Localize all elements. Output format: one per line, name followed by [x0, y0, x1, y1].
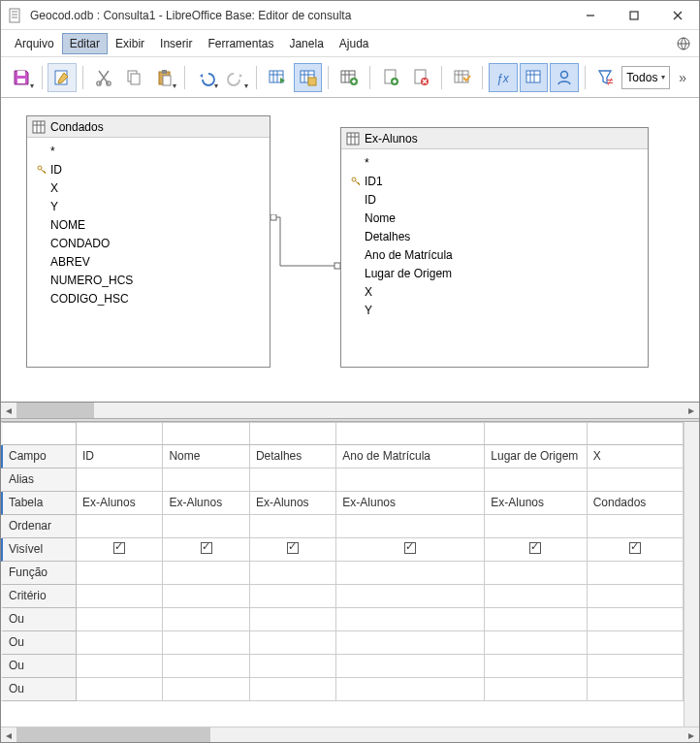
functions-toggle[interactable]: ƒx: [489, 63, 518, 92]
field-id1[interactable]: ID1: [347, 172, 642, 190]
field-x[interactable]: X: [347, 282, 642, 301]
field-lugarorigem[interactable]: Lugar de Origem: [347, 264, 642, 282]
scroll-right-button[interactable]: ▸: [684, 727, 699, 742]
relation-line[interactable]: [270, 214, 340, 273]
minimize-button[interactable]: [568, 1, 612, 30]
edit-mode-button[interactable]: [48, 63, 77, 92]
cell-visivel-4[interactable]: [485, 538, 587, 562]
scroll-left-button[interactable]: ◂: [1, 403, 16, 418]
update-icon[interactable]: [674, 34, 693, 53]
table-exalunos[interactable]: Ex-Alunos * ID1 ID Nome Detalhes Ano de …: [340, 127, 649, 368]
save-button[interactable]: ▾: [7, 63, 36, 92]
scrollbar-thumb[interactable]: [16, 727, 210, 742]
redo-button[interactable]: ▾: [222, 63, 251, 92]
design-hscrollbar[interactable]: ◂ ▸: [1, 403, 699, 418]
field-x[interactable]: X: [33, 178, 264, 197]
design-area[interactable]: Condados * ID X Y NOME CONDADO ABREV NUM…: [1, 98, 699, 403]
grid-hscrollbar[interactable]: ◂ ▸: [1, 727, 699, 742]
cell-alias-5[interactable]: [588, 468, 684, 492]
cell-tabela-3[interactable]: Ex-Alunos: [336, 492, 485, 515]
undo-button[interactable]: ▾: [191, 63, 220, 92]
field-condado[interactable]: CONDADO: [33, 234, 264, 252]
close-button[interactable]: [655, 1, 699, 30]
scroll-left-button[interactable]: ◂: [1, 727, 16, 742]
run-query-button[interactable]: [263, 63, 292, 92]
table-name-toggle[interactable]: [520, 63, 549, 92]
menu-arquivo[interactable]: Arquivo: [7, 33, 62, 54]
rh-funcao[interactable]: Função: [1, 562, 77, 585]
cell-tabela-1[interactable]: Ex-Alunos: [163, 492, 249, 515]
cell-alias-4[interactable]: [485, 468, 587, 492]
rh-ou2[interactable]: Ou: [1, 631, 77, 655]
cell-tabela-4[interactable]: Ex-Alunos: [485, 492, 587, 515]
cell-alias-2[interactable]: [250, 468, 336, 492]
menu-inserir[interactable]: Inserir: [152, 33, 200, 54]
scrollbar-thumb[interactable]: [16, 403, 94, 418]
cell-alias-1[interactable]: [163, 468, 249, 492]
cut-button[interactable]: [89, 63, 118, 92]
menu-ajuda[interactable]: Ajuda: [332, 33, 377, 54]
field-codigohsc[interactable]: CODIGO_HSC: [33, 289, 264, 307]
checkbox-icon[interactable]: [629, 542, 641, 554]
grid-column-headers[interactable]: [77, 422, 684, 445]
scroll-right-button[interactable]: ▸: [684, 403, 699, 418]
checkbox-icon[interactable]: [529, 542, 541, 554]
field-nome[interactable]: NOME: [33, 215, 264, 234]
field-id[interactable]: ID: [347, 190, 642, 209]
field-nome[interactable]: Nome: [347, 209, 642, 227]
field-star[interactable]: *: [33, 142, 264, 160]
distinct-values-button[interactable]: ≠: [591, 63, 620, 92]
rh-tabela[interactable]: Tabela: [1, 492, 77, 515]
sql-command-button[interactable]: [448, 63, 477, 92]
design-view-toggle[interactable]: [294, 63, 323, 92]
cell-campo-2[interactable]: Detalhes: [250, 445, 336, 468]
checkbox-icon[interactable]: [113, 542, 125, 554]
checkbox-icon[interactable]: [404, 542, 416, 554]
table-condados-title[interactable]: Condados: [27, 116, 270, 138]
menu-janela[interactable]: Janela: [281, 33, 331, 54]
field-star[interactable]: *: [347, 153, 642, 172]
checkbox-icon[interactable]: [287, 542, 299, 554]
cell-alias-3[interactable]: [336, 468, 485, 492]
field-numerohcs[interactable]: NUMERO_HCS: [33, 271, 264, 289]
rh-ou3[interactable]: Ou: [1, 655, 77, 678]
rh-visivel[interactable]: Visível: [1, 538, 77, 562]
cell-visivel-5[interactable]: [588, 538, 684, 562]
rh-ordenar[interactable]: Ordenar: [1, 515, 77, 538]
cell-campo-3[interactable]: Ano de Matrícula: [336, 445, 485, 468]
add-table-button[interactable]: [334, 63, 364, 92]
menu-exibir[interactable]: Exibir: [108, 33, 152, 54]
cell-campo-4[interactable]: Lugar de Origem: [485, 445, 587, 468]
delete-query-button[interactable]: [406, 63, 435, 92]
cell-visivel-3[interactable]: [336, 538, 485, 562]
menu-editar[interactable]: Editar: [62, 33, 108, 54]
menu-ferramentas[interactable]: Ferramentas: [200, 33, 281, 54]
cell-tabela-0[interactable]: Ex-Alunos: [77, 492, 163, 515]
field-y[interactable]: Y: [347, 301, 642, 319]
field-abrev[interactable]: ABREV: [33, 252, 264, 271]
rh-ou4[interactable]: Ou: [1, 678, 77, 701]
rh-criterio[interactable]: Critério: [1, 585, 77, 608]
maximize-button[interactable]: [612, 1, 655, 30]
cell-visivel-1[interactable]: [163, 538, 249, 562]
new-query-button[interactable]: [376, 63, 405, 92]
cell-visivel-2[interactable]: [250, 538, 336, 562]
toolbar-overflow-button[interactable]: »: [672, 63, 693, 92]
grid-vscrollbar[interactable]: [684, 422, 699, 727]
rh-alias[interactable]: Alias: [1, 468, 77, 492]
table-condados[interactable]: Condados * ID X Y NOME CONDADO ABREV NUM…: [26, 115, 270, 368]
field-detalhes[interactable]: Detalhes: [347, 227, 642, 245]
cell-visivel-0[interactable]: [77, 538, 163, 562]
table-exalunos-title[interactable]: Ex-Alunos: [341, 128, 648, 149]
rh-campo[interactable]: Campo: [1, 445, 77, 468]
field-id[interactable]: ID: [33, 160, 264, 178]
cell-campo-5[interactable]: X: [588, 445, 684, 468]
cell-campo-1[interactable]: Nome: [163, 445, 249, 468]
paste-button[interactable]: ▾: [150, 63, 179, 92]
cell-alias-0[interactable]: [77, 468, 163, 492]
limit-dropdown[interactable]: Todos▾: [621, 66, 670, 89]
cell-tabela-2[interactable]: Ex-Alunos: [250, 492, 336, 515]
field-y[interactable]: Y: [33, 197, 264, 215]
cell-tabela-5[interactable]: Condados: [588, 492, 684, 515]
rh-ou1[interactable]: Ou: [1, 608, 77, 631]
